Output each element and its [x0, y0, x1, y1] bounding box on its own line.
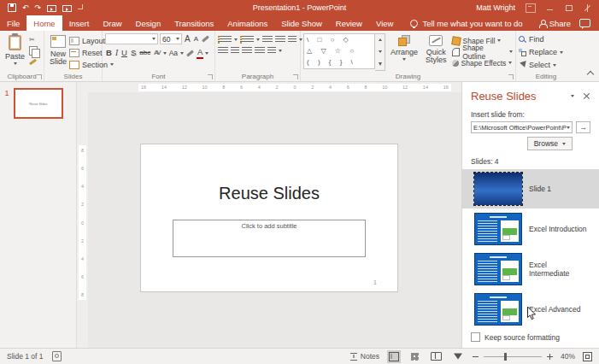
slide-title-text[interactable]: Reuse Slides	[141, 184, 397, 203]
slide-1-thumbnail[interactable]: Reuse Slides	[14, 88, 63, 119]
insert-path-combo[interactable]: E:\Microsoft Office\PowerPoint\Pow	[471, 121, 573, 133]
tab-draw[interactable]: Draw	[96, 15, 128, 31]
reuse-slide-item-2[interactable]: Excel Introduction	[471, 209, 590, 249]
shape-effects-button[interactable]: Shape Effects	[452, 58, 513, 68]
undo-icon[interactable]: ↶	[22, 4, 29, 12]
font-dialog-launcher-icon[interactable]	[208, 74, 213, 79]
tab-file[interactable]: File	[0, 15, 26, 31]
line-spacing-icon[interactable]	[288, 36, 297, 44]
minimize-icon[interactable]	[546, 4, 555, 12]
paste-button[interactable]: Paste	[3, 33, 27, 70]
shape-outline-button[interactable]: Shape Outline	[452, 47, 513, 56]
shapes-row-2[interactable]: △ ▽ ☆ ○	[307, 47, 372, 56]
replace-button[interactable]: Replace	[519, 47, 573, 57]
comments-icon[interactable]	[579, 19, 590, 27]
keep-source-row[interactable]: Keep source formatting	[471, 332, 560, 342]
underline-button[interactable]: U	[120, 48, 128, 58]
gallery-scroll-up-icon[interactable]	[379, 38, 382, 41]
decrease-font-button[interactable]: A	[193, 34, 199, 44]
cut-icon[interactable]: ✂	[29, 37, 38, 44]
reuse-slide-2-thumbnail[interactable]	[474, 213, 522, 245]
paragraph-dialog-launcher-icon[interactable]	[293, 74, 298, 79]
shapes-gallery-scrollbar[interactable]	[375, 33, 385, 71]
tab-slide-show[interactable]: Slide Show	[274, 15, 329, 31]
justify-icon[interactable]	[255, 47, 265, 55]
align-right-icon[interactable]	[242, 47, 252, 55]
copy-icon[interactable]	[29, 46, 38, 56]
collapse-ribbon-icon[interactable]	[587, 71, 594, 78]
slide-thumbnail-row[interactable]: 1 Reuse Slides	[0, 82, 76, 119]
close-icon[interactable]	[584, 4, 592, 12]
numbering-icon[interactable]	[240, 36, 254, 44]
reuse-slide-item-1[interactable]: Slide 1	[462, 169, 599, 208]
subtitle-placeholder[interactable]: Click to add subtitle	[173, 220, 366, 257]
new-slide-button[interactable]: New Slide	[47, 33, 69, 70]
fit-to-window-icon[interactable]	[583, 352, 592, 361]
decrease-indent-icon[interactable]	[262, 36, 273, 44]
slide-show-button[interactable]	[451, 350, 465, 363]
notes-button[interactable]: Notes	[350, 352, 379, 361]
tab-design[interactable]: Design	[129, 15, 168, 31]
font-name-combo[interactable]	[105, 33, 158, 44]
highlight-icon[interactable]	[186, 50, 194, 56]
zoom-slider-thumb[interactable]	[504, 353, 507, 361]
find-button[interactable]: Find	[519, 34, 573, 44]
increase-font-button[interactable]: A	[184, 34, 191, 44]
tab-review[interactable]: Review	[329, 15, 369, 31]
ribbon-display-options-icon[interactable]	[526, 3, 536, 13]
arrange-button[interactable]: Arrange	[388, 33, 420, 70]
keep-source-checkbox[interactable]	[471, 332, 480, 342]
save-icon[interactable]	[8, 3, 16, 12]
tab-transitions[interactable]: Transitions	[167, 15, 220, 31]
slideshow-settings-icon[interactable]	[62, 5, 72, 12]
tab-view[interactable]: View	[369, 15, 400, 31]
customize-qat-icon[interactable]	[78, 4, 83, 9]
restore-icon[interactable]	[565, 4, 573, 12]
font-color-button[interactable]: A	[197, 47, 203, 59]
reuse-slide-3-thumbnail[interactable]	[474, 253, 522, 285]
share-button[interactable]: Share	[539, 19, 571, 28]
tell-me-box[interactable]: Tell me what you want to do	[410, 15, 522, 31]
gallery-more-icon[interactable]	[379, 62, 382, 66]
italic-button[interactable]: I	[115, 48, 119, 58]
select-button[interactable]: Select	[519, 60, 573, 70]
start-slideshow-icon[interactable]	[47, 5, 56, 12]
align-left-icon[interactable]	[218, 47, 228, 55]
shapes-row-1[interactable]: \ □ ○ ◇	[307, 36, 372, 44]
font-size-combo[interactable]: 60	[160, 33, 182, 44]
align-center-icon[interactable]	[231, 47, 239, 55]
browse-button[interactable]: Browse	[527, 137, 573, 150]
text-shadow-button[interactable]: S	[130, 48, 137, 58]
zoom-in-icon[interactable]	[547, 354, 553, 360]
format-painter-icon[interactable]	[29, 59, 37, 66]
clipboard-dialog-launcher-icon[interactable]	[37, 74, 42, 79]
shapes-gallery[interactable]: \ □ ○ ◇ △ ▽ ☆ ○ ( ) { } \	[303, 33, 375, 69]
gallery-scroll-down-icon[interactable]	[379, 50, 382, 53]
quick-styles-button[interactable]: Quick Styles	[423, 33, 449, 70]
columns-icon[interactable]	[267, 47, 276, 55]
reuse-slide-item-3[interactable]: Excel Intermediate	[471, 250, 590, 289]
reading-view-button[interactable]	[430, 350, 443, 363]
bold-button[interactable]: B	[105, 48, 113, 58]
reuse-slide-1-thumbnail[interactable]	[474, 173, 522, 205]
tab-animations[interactable]: Animations	[220, 15, 274, 31]
zoom-out-icon[interactable]	[473, 356, 479, 357]
pane-close-icon[interactable]	[583, 92, 590, 100]
slide-sorter-view-button[interactable]	[408, 350, 422, 363]
change-case-button[interactable]: Aa	[168, 48, 179, 58]
zoom-percentage[interactable]: 40%	[561, 352, 575, 361]
increase-indent-icon[interactable]	[275, 36, 285, 44]
reuse-slide-4-thumbnail[interactable]	[474, 293, 522, 326]
clear-formatting-icon[interactable]	[202, 35, 209, 42]
character-spacing-button[interactable]: AV	[153, 48, 161, 58]
shapes-row-3[interactable]: ( ) { } \	[307, 58, 372, 67]
drawing-dialog-launcher-icon[interactable]	[508, 74, 514, 79]
accessibility-check-icon[interactable]	[52, 351, 62, 361]
zoom-slider[interactable]	[484, 356, 542, 357]
strikethrough-button[interactable]: abc	[138, 48, 151, 58]
paste-dropdown-icon[interactable]	[14, 62, 17, 65]
insert-go-button[interactable]: →	[576, 121, 590, 133]
normal-view-button[interactable]	[387, 350, 401, 363]
redo-icon[interactable]: ↷	[35, 4, 42, 12]
tab-insert[interactable]: Insert	[62, 15, 97, 31]
